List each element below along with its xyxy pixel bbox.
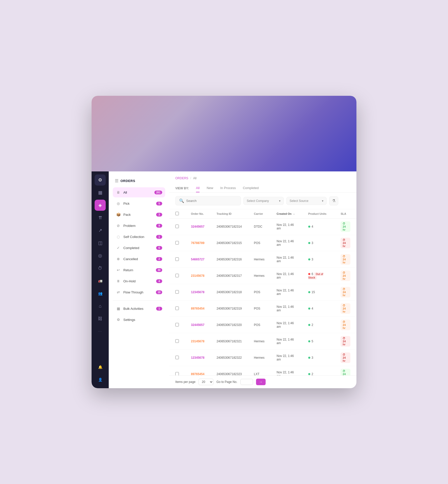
row-checkbox[interactable] <box>175 241 179 245</box>
clock-icon[interactable]: ⏱ <box>95 263 106 274</box>
row-checkbox[interactable] <box>175 290 179 294</box>
status-dot <box>308 242 310 244</box>
tracking-id-cell: 240653067182321 <box>210 333 248 350</box>
grid-icon[interactable]: ▦ <box>95 187 106 198</box>
nav-item-return[interactable]: ↩ Return 30 <box>113 265 165 275</box>
nav-badge-bulk-activities: 1 <box>156 307 162 311</box>
row-checkbox[interactable] <box>175 274 179 277</box>
order-link[interactable]: 23145678 <box>191 274 204 278</box>
company-select[interactable]: Select Company ▾ <box>243 197 284 205</box>
order-link[interactable]: 32445657 <box>191 323 204 327</box>
nav-item-problem[interactable]: ⊘ Problem 9 <box>113 221 165 231</box>
th-order-no: Order No. <box>185 209 210 219</box>
tab-new[interactable]: New <box>207 184 213 192</box>
order-link[interactable]: 23145678 <box>191 340 204 343</box>
created-on-cell: Nov 22, 1:46 am <box>271 268 302 284</box>
nav-item-flow-through[interactable]: ⇄ Flow Through 10 <box>113 287 165 297</box>
search-box[interactable]: 🔍 <box>175 196 241 205</box>
sla-cell: ⏱ 24 hr <box>334 366 356 376</box>
order-link[interactable]: 12345678 <box>191 290 204 294</box>
gear-icon[interactable]: ⚙ <box>95 174 106 186</box>
nav-item-self-collection[interactable]: ◌ Self Collection 1 <box>113 232 165 242</box>
nav-item-settings[interactable]: ⚙ Settings <box>113 315 165 325</box>
nav-badge-pack: 3 <box>156 213 162 217</box>
items-per-page-select[interactable]: 20 10 50 100 <box>199 379 213 385</box>
nav-label-pick: Pick <box>123 202 130 205</box>
chart-icon[interactable]: ◫ <box>95 237 106 249</box>
order-link[interactable]: 32445657 <box>191 225 204 228</box>
nav-item-all[interactable]: 🖥 All 201 <box>113 187 165 197</box>
search-input[interactable] <box>186 199 237 203</box>
carrier-cell: Hermes <box>248 268 271 284</box>
nav-label-on-hold: On-Hold <box>123 279 135 283</box>
sla-badge: ⏱ 24 hr <box>341 352 350 363</box>
nav-icon-completed: ✓ <box>116 245 121 250</box>
nav-label-bulk-activities: Bulk Activities <box>123 307 143 311</box>
sla-cell: ⏱ 24 hr <box>334 350 356 366</box>
nav-item-cancelled[interactable]: ⊗ Cancelled 2 <box>113 254 165 264</box>
select-all-checkbox[interactable] <box>175 212 179 215</box>
nav-item-completed[interactable]: ✓ Completed 6 <box>113 243 165 253</box>
status-dot <box>308 373 310 375</box>
box-icon[interactable]: ◎ <box>95 250 106 261</box>
row-checkbox[interactable] <box>175 225 179 228</box>
nav-icon-pick: ◎ <box>116 201 121 206</box>
home-icon[interactable]: ⌂ <box>95 300 106 312</box>
nav-divider <box>113 300 165 300</box>
row-checkbox[interactable] <box>175 323 179 326</box>
order-no-cell: 12345678 <box>185 284 210 300</box>
order-link[interactable]: 54665727 <box>191 258 204 261</box>
user-profile-icon[interactable]: 👤 <box>95 374 106 385</box>
tab-completed[interactable]: Completed <box>243 184 259 192</box>
nav-item-pick[interactable]: ◎ Pick 5 <box>113 198 165 208</box>
source-select[interactable]: Select Source ▾ <box>286 197 327 205</box>
tab-in-process[interactable]: In Process <box>220 184 236 192</box>
carrier-cell: POS <box>248 235 271 251</box>
created-on-cell: Nov 22, 1:46 am <box>271 219 302 235</box>
order-link[interactable]: 89765454 <box>191 372 204 375</box>
created-on-cell: Nov 22, 1:46 am <box>271 235 302 251</box>
bell-icon[interactable]: 🔔 <box>95 361 106 373</box>
nav-badge-problem: 9 <box>156 224 162 228</box>
status-dot <box>308 273 310 275</box>
order-no-cell: 32445657 <box>185 219 210 235</box>
page-number-input[interactable] <box>240 379 253 385</box>
tab-all[interactable]: All <box>196 184 200 192</box>
product-units-cell: 15 <box>302 284 335 300</box>
filter-button[interactable]: ⚗ <box>329 196 338 205</box>
nav-label-all: All <box>123 191 127 194</box>
layers-icon[interactable]: ◈ <box>95 200 106 211</box>
nav-item-on-hold[interactable]: ⏸ On-Hold 4 <box>113 276 165 286</box>
order-link[interactable]: 89765454 <box>191 307 204 310</box>
row-checkbox[interactable] <box>175 356 179 359</box>
row-checkbox-cell <box>169 350 185 366</box>
share-icon[interactable]: ⇈ <box>95 212 106 223</box>
sla-badge: ⏱ 24 hr <box>341 303 350 314</box>
product-units-cell: 4 <box>302 219 335 235</box>
tracking-id-cell: 240653067182320 <box>210 317 248 333</box>
source-placeholder: Select Source <box>290 199 309 203</box>
order-link[interactable]: 76788789 <box>191 241 204 245</box>
hamburger-icon[interactable]: ☰ <box>115 178 119 183</box>
row-checkbox[interactable] <box>175 257 179 261</box>
go-button[interactable]: → <box>256 379 266 385</box>
truck-icon[interactable]: 🚛 <box>95 275 106 286</box>
table-row: 23145678 240653067182317 Hermes Nov 22, … <box>169 268 356 284</box>
link-icon[interactable]: ⛓ <box>95 313 106 324</box>
breadcrumb-separator: / <box>190 176 191 180</box>
nav-item-bulk-activities[interactable]: ▦ Bulk Activities 1 <box>113 304 165 314</box>
table-row: 12345678 240653067182322 Hermes Nov 22, … <box>169 350 356 366</box>
order-link[interactable]: 12345678 <box>191 356 204 359</box>
row-checkbox[interactable] <box>175 339 179 343</box>
sla-cell: ⏱ 24 hr <box>334 235 356 251</box>
export-icon[interactable]: ↗ <box>95 225 106 236</box>
product-units-cell: 4 <box>302 300 335 317</box>
users-icon[interactable]: 👥 <box>95 288 106 299</box>
more-dots-icon[interactable]: ··· <box>95 326 106 337</box>
sla-badge: ⏱ 24 hr <box>341 254 350 265</box>
row-checkbox[interactable] <box>175 372 179 376</box>
view-by-tabs: VIEW BY: All New In Process Completed <box>175 184 350 192</box>
th-created-on[interactable]: Created On ↓ <box>271 209 302 219</box>
nav-item-pack[interactable]: 📦 Pack 3 <box>113 209 165 220</box>
row-checkbox[interactable] <box>175 307 179 310</box>
